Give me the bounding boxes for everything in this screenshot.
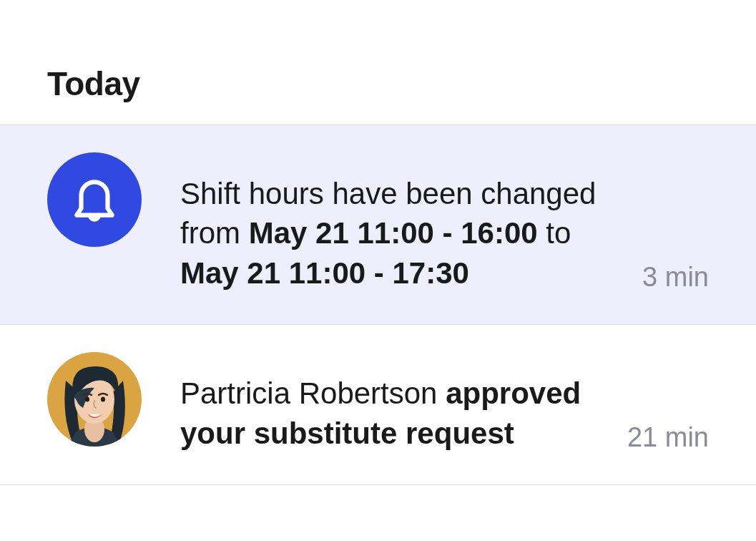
bell-icon — [47, 152, 142, 247]
avatar — [47, 352, 142, 447]
notification-time: 3 min — [642, 262, 709, 293]
notification-message: Shift hours have been changed from May 2… — [180, 174, 624, 293]
notification-time: 21 min — [627, 422, 709, 453]
message-text: to — [538, 216, 571, 250]
message-text: Partricia Robertson — [180, 376, 446, 410]
notification-message: Partricia Robertson approved your substi… — [180, 374, 624, 453]
svg-point-3 — [85, 397, 89, 402]
notification-panel: Today Shift hours have been changed from… — [0, 0, 756, 541]
message-bold: May 21 11:00 - 16:00 — [249, 216, 538, 250]
section-header: Today — [0, 0, 756, 125]
notification-body: Shift hours have been changed from May 2… — [180, 174, 709, 293]
svg-point-4 — [101, 397, 105, 402]
section-title: Today — [47, 64, 709, 103]
message-bold: May 21 11:00 - 17:30 — [180, 256, 469, 290]
notification-item[interactable]: Partricia Robertson approved your substi… — [0, 325, 756, 485]
notification-item[interactable]: Shift hours have been changed from May 2… — [0, 125, 756, 325]
notification-list: Shift hours have been changed from May 2… — [0, 125, 756, 485]
